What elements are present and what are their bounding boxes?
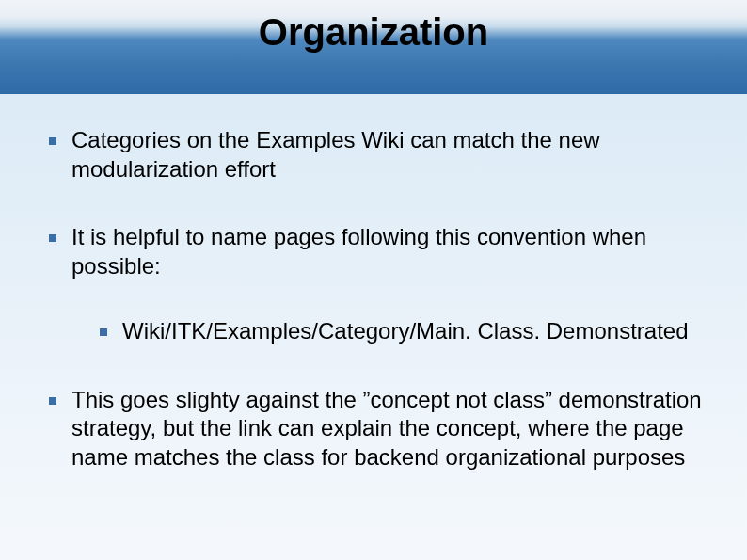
bullet-item: Categories on the Examples Wiki can matc… — [38, 126, 709, 184]
slide-header: Organization — [0, 0, 747, 94]
bullet-text: It is helpful to name pages following th… — [72, 224, 646, 279]
bullet-text: Categories on the Examples Wiki can matc… — [72, 127, 600, 182]
bullet-list: Categories on the Examples Wiki can matc… — [38, 126, 709, 472]
sub-bullet-text: Wiki/ITK/Examples/Category/Main. Class. … — [122, 318, 689, 344]
bullet-text: This goes slighty against the ”concept n… — [72, 387, 702, 470]
slide-title: Organization — [259, 11, 488, 54]
sub-bullet-item: Wiki/ITK/Examples/Category/Main. Class. … — [72, 317, 709, 346]
bullet-item: This goes slighty against the ”concept n… — [38, 386, 709, 472]
slide-body: Categories on the Examples Wiki can matc… — [0, 94, 747, 472]
bullet-item: It is helpful to name pages following th… — [38, 223, 709, 345]
sub-bullet-list: Wiki/ITK/Examples/Category/Main. Class. … — [72, 317, 709, 346]
